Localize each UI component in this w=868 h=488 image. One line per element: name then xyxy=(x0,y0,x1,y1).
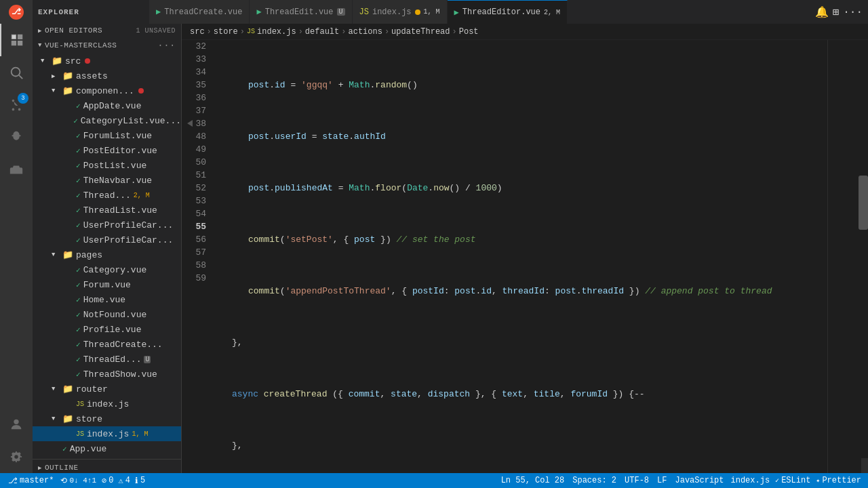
git-logo-icon: ⎇ xyxy=(9,5,24,20)
tab-thread-editor[interactable]: ▶ ThreadEditor.vue 2, M xyxy=(448,0,568,24)
git-branch-item[interactable]: ⎇ master* xyxy=(4,473,58,488)
tree-item-components[interactable]: ▼ 📁 componen... xyxy=(33,83,181,98)
tree-item-home[interactable]: ✓ Home.vue xyxy=(33,292,181,307)
breadcrumb-sep: › xyxy=(298,27,303,37)
tree-item-forum[interactable]: ✓ Forum.vue xyxy=(33,277,181,292)
tree-item-router[interactable]: ▼ 📁 router xyxy=(33,382,181,396)
language-item[interactable]: JavaScript xyxy=(671,473,728,488)
outline-section-header[interactable]: ▶ OUTLINE xyxy=(33,459,181,473)
activity-debug[interactable] xyxy=(0,121,33,154)
tree-item-appdate[interactable]: ✓ AppDate.vue xyxy=(33,98,181,113)
file-item[interactable]: index.js xyxy=(728,473,773,488)
file-tree: ▼ 📁 src ▶ 📁 assets ▼ 📁 componen... xyxy=(33,54,181,473)
breadcrumb-src[interactable]: src xyxy=(190,27,205,37)
encoding-item[interactable]: UTF-8 xyxy=(620,473,653,488)
tree-item-threaded[interactable]: ✓ ThreadEd... U xyxy=(33,352,181,367)
activity-source-control[interactable]: 3 xyxy=(0,89,33,121)
open-editors-header[interactable]: ▶ OPEN EDITORS 1 UNSAVED xyxy=(33,24,181,37)
tree-item-router-index[interactable]: JS index.js xyxy=(33,396,181,411)
code-editor[interactable]: 32 33 34 35 36 37 38 48 49 50 51 52 53 xyxy=(182,40,868,473)
file-label: UserProfileCar... xyxy=(83,220,174,230)
unsaved-count: 1 UNSAVED xyxy=(136,27,176,35)
breadcrumb-store[interactable]: store xyxy=(214,27,238,37)
prettier-icon: ✦ xyxy=(816,476,820,485)
tree-item-userprofilecar2[interactable]: ✓ UserProfileCar... xyxy=(33,232,181,247)
file-label: ThreadEd... xyxy=(83,354,142,365)
open-editors-section: ▶ OPEN EDITORS 1 UNSAVED xyxy=(33,24,181,37)
project-header[interactable]: ▼ VUE-MASTERCLASS ··· xyxy=(33,37,181,54)
folder-icon: 📁 xyxy=(62,413,73,424)
prettier-item[interactable]: ✦ Prettier xyxy=(813,473,864,488)
activity-search[interactable] xyxy=(0,56,33,89)
tree-item-postlist[interactable]: ✓ PostList.vue xyxy=(33,158,181,173)
code-line-48: }, xyxy=(216,439,827,452)
tree-item-thread[interactable]: ✓ Thread... 2, M xyxy=(33,188,181,203)
breadcrumb-post[interactable]: Post xyxy=(459,27,479,37)
tree-item-store-index[interactable]: JS index.js 1, M xyxy=(33,426,181,441)
js-file-icon: JS xyxy=(359,7,369,17)
vue-icon: ✓ xyxy=(76,266,81,274)
info-count: 5 xyxy=(140,476,145,485)
more-icon[interactable]: ··· xyxy=(157,40,176,51)
tree-item-thenavbar[interactable]: ✓ TheNavbar.vue xyxy=(33,173,181,188)
vue-icon: ✓ xyxy=(76,340,81,349)
tree-item-pages[interactable]: ▼ 📁 pages xyxy=(33,247,181,262)
code-line-32: post.id = 'ggqq' + Math.random() xyxy=(216,79,827,92)
code-line-37: }, xyxy=(216,336,827,349)
tree-item-profile[interactable]: ✓ Profile.vue xyxy=(33,322,181,337)
activity-extensions[interactable] xyxy=(0,154,33,186)
line-numbers: 32 33 34 35 36 37 38 48 49 50 51 52 53 xyxy=(182,40,213,473)
sync-icon: ⟲ xyxy=(60,476,67,486)
ln-col-item[interactable]: Ln 55, Col 28 xyxy=(497,473,569,488)
spaces-item[interactable]: Spaces: 2 xyxy=(568,473,620,488)
activity-settings[interactable] xyxy=(0,441,33,473)
eslint-icon: ✓ xyxy=(775,476,779,485)
line-ending-item[interactable]: LF xyxy=(653,473,671,488)
folder-icon: 📁 xyxy=(62,70,73,81)
tree-item-src[interactable]: ▼ 📁 src xyxy=(33,54,181,68)
breadcrumb-js-icon: JS xyxy=(247,28,255,35)
activity-explorer[interactable] xyxy=(0,24,33,56)
vue-icon: ✓ xyxy=(76,296,81,304)
pages-label: pages xyxy=(76,250,102,260)
tab-modified-dot xyxy=(415,9,420,15)
tree-item-userprofilecar1[interactable]: ✓ UserProfileCar... xyxy=(33,218,181,232)
breadcrumb-default[interactable]: default xyxy=(305,27,339,37)
file-label: TheNavbar.vue xyxy=(83,176,152,186)
tree-item-threadlist[interactable]: ✓ ThreadList.vue xyxy=(33,203,181,218)
tab-thread-edit[interactable]: ▶ ThreadEdit.vue U xyxy=(250,0,352,24)
warning-count: 4 xyxy=(125,476,130,485)
tree-item-app[interactable]: ✓ App.vue xyxy=(33,441,181,456)
tree-item-forumlist[interactable]: ✓ ForumList.vue xyxy=(33,128,181,143)
breadcrumb-actions[interactable]: actions xyxy=(348,27,382,37)
vertical-scrollbar[interactable] xyxy=(859,40,868,458)
breadcrumb-updatethread[interactable]: updateThread xyxy=(391,27,450,37)
sync-item[interactable]: ⟲ 0↓ 4↑1 xyxy=(58,473,99,488)
tree-item-categorylist[interactable]: ✓ CategoryList.vue... xyxy=(33,113,181,128)
tab-thread-create[interactable]: ▶ ThreadCreate.vue xyxy=(149,0,250,24)
file-label: App.vue xyxy=(70,444,107,454)
status-bar: ⎇ master* ⟲ 0↓ 4↑1 ⊘ 0 ⚠ 4 ℹ 5 Ln 55, Co… xyxy=(0,473,868,488)
info-icon: ℹ xyxy=(135,476,138,486)
layout-icon[interactable]: ⊞ xyxy=(833,5,840,19)
tab-label: ThreadEdit.vue xyxy=(265,7,334,17)
tree-item-threadcreate[interactable]: ✓ ThreadCreate... xyxy=(33,337,181,352)
eslint-item[interactable]: ✓ ESLint xyxy=(772,473,813,488)
tree-item-threadshow[interactable]: ✓ ThreadShow.vue xyxy=(33,367,181,382)
tree-item-posteditor[interactable]: ✓ PostEditor.vue xyxy=(33,143,181,158)
breadcrumb-indexjs[interactable]: index.js xyxy=(257,27,296,37)
tree-item-store[interactable]: ▼ 📁 store xyxy=(33,411,181,426)
file-label: index.js xyxy=(87,429,129,439)
tree-item-assets[interactable]: ▶ 📁 assets xyxy=(33,68,181,83)
tree-item-notfound[interactable]: ✓ NotFound.vue xyxy=(33,307,181,322)
breadcrumb-sep: › xyxy=(240,27,245,37)
code-content[interactable]: post.id = 'ggqq' + Math.random() post.us… xyxy=(213,40,827,473)
git-branch-icon: ⎇ xyxy=(8,476,18,486)
more-actions-icon[interactable]: ··· xyxy=(843,6,863,18)
tab-index-js[interactable]: JS index.js 1, M xyxy=(353,0,448,24)
notifications-icon[interactable]: 🔔 xyxy=(815,5,829,19)
tree-item-category[interactable]: ✓ Category.vue xyxy=(33,262,181,277)
file-label: PostList.vue xyxy=(83,161,147,171)
errors-item[interactable]: ⊘ 0 ⚠ 4 ℹ 5 xyxy=(99,473,148,488)
activity-account[interactable] xyxy=(0,408,33,441)
